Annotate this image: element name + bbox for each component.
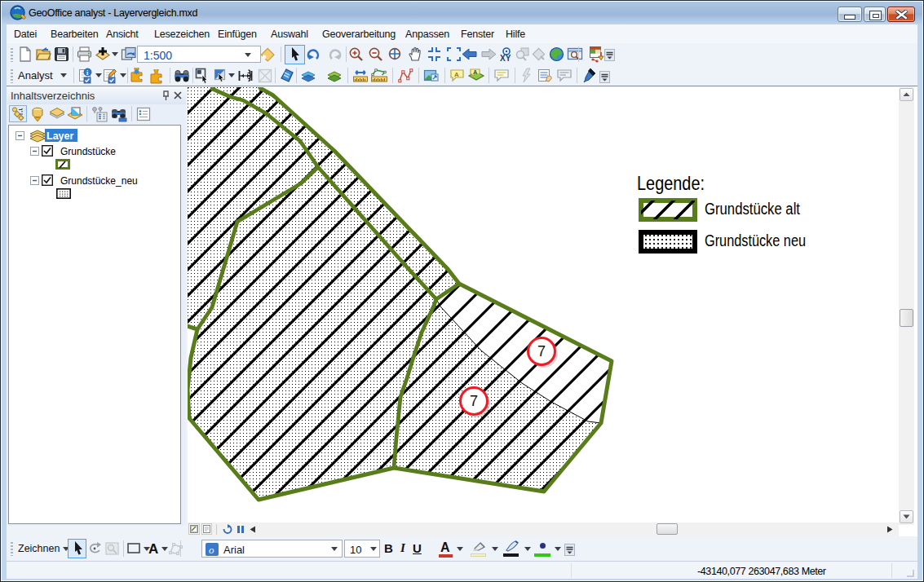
svg-text:A: A bbox=[473, 68, 478, 76]
svg-text:7: 7 bbox=[537, 343, 546, 359]
svg-text:o: o bbox=[209, 544, 214, 556]
svg-text:XY: XY bbox=[500, 54, 511, 62]
svg-text:Grundstücke alt: Grundstücke alt bbox=[705, 200, 800, 218]
svg-text:7: 7 bbox=[470, 393, 478, 409]
svg-text:Legende:: Legende: bbox=[637, 172, 705, 194]
svg-text:A: A bbox=[454, 71, 459, 78]
svg-text:Grundstücke neu: Grundstücke neu bbox=[705, 231, 806, 249]
